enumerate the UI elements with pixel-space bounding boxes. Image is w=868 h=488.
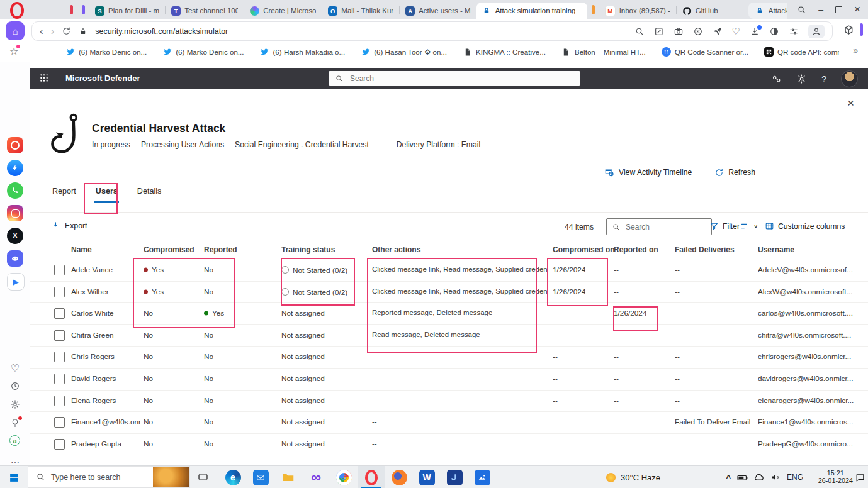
battery-icon[interactable] (736, 466, 748, 488)
maximize-button[interactable] (835, 6, 842, 13)
tab-island-indicator[interactable] (592, 5, 595, 14)
sidebar-heart-icon[interactable]: ♡ (9, 362, 21, 374)
table-row[interactable]: Chitra GreenNoNoNot assignedRead message… (30, 324, 868, 347)
sidebar-settings-icon[interactable] (9, 399, 21, 410)
bookmarks-star-icon[interactable]: ☆ (9, 45, 18, 57)
defender-community-icon[interactable] (771, 74, 782, 84)
bookmark-item[interactable]: QR code API: comm... (764, 47, 839, 57)
customize-columns-button[interactable]: Customize columns (765, 221, 845, 231)
browser-tab[interactable]: Attack simulatio (750, 3, 787, 19)
row-checkbox[interactable] (54, 330, 65, 341)
taskbar-app-mail[interactable] (247, 466, 274, 488)
browser-tab[interactable]: MInbox (89,587) - (599, 3, 676, 19)
column-header-name[interactable]: Name (71, 245, 92, 254)
row-checkbox[interactable] (54, 287, 65, 297)
browser-tab[interactable]: OMail - Thilak Kur (322, 3, 399, 19)
opera-menu-button[interactable] (8, 2, 26, 18)
defender-search-box[interactable] (329, 71, 580, 86)
tab-users[interactable]: Users (94, 183, 119, 203)
row-checkbox[interactable] (54, 352, 65, 362)
close-panel-icon[interactable]: × (847, 96, 854, 110)
task-view-icon[interactable] (197, 471, 209, 483)
column-header-fail[interactable]: Failed Deliveries (675, 245, 735, 254)
url-text[interactable]: security.microsoft.com/attacksimulator (95, 27, 228, 36)
sidebar-tips-icon[interactable] (9, 417, 21, 428)
taskbar-app-opera[interactable] (358, 466, 385, 488)
tab-report[interactable]: Report (51, 183, 77, 203)
sidebar-aria-icon[interactable]: a (9, 435, 20, 446)
action-center-icon[interactable] (855, 466, 865, 488)
taskbar-app-word[interactable]: W (413, 466, 441, 488)
taskbar-search-box[interactable]: Type here to search (28, 466, 190, 488)
sidebar-app-player-icon[interactable]: ▶ (7, 273, 25, 291)
language-indicator[interactable]: ENG (787, 466, 803, 488)
browser-tab[interactable]: Attack simulation training (476, 3, 587, 19)
refresh-button[interactable]: Refresh (714, 167, 755, 177)
export-button[interactable]: Export (51, 221, 87, 230)
browser-tab[interactable]: TTest channel 100 (166, 3, 244, 19)
table-row[interactable]: Pradeep GuptaNoNoNot assigned--------Pra… (30, 433, 868, 456)
reload-icon[interactable] (62, 26, 71, 36)
browser-tab[interactable]: GitHub (677, 3, 742, 19)
table-row[interactable]: Alex WilberYesNoNot Started (0/2)Clicked… (30, 281, 868, 304)
column-header-repon[interactable]: Reported on (614, 245, 658, 254)
site-lock-icon[interactable] (79, 27, 87, 36)
bookmark-item[interactable]: Belton – Minimal HT... (561, 47, 646, 57)
bookmark-item[interactable]: (6) Harsh Makadia o... (260, 47, 346, 57)
sidebar-app-messenger-icon[interactable] (7, 160, 23, 176)
bookmark-item[interactable]: KINGMA :: Creative... (463, 47, 546, 57)
minimize-button[interactable]: – (818, 6, 823, 13)
column-header-comp[interactable]: Compromised (144, 245, 194, 254)
view-activity-timeline-button[interactable]: View Activity Timeline (604, 167, 692, 177)
address-compose-icon[interactable] (654, 26, 664, 36)
defender-help-icon[interactable]: ? (821, 74, 826, 84)
hidden-icons-caret[interactable]: ^ (726, 466, 731, 488)
table-row[interactable]: David RogersNoNoNot assigned--------davi… (30, 368, 868, 391)
taskbar-app-visual-studio[interactable]: ∞ (302, 466, 330, 488)
sidebar-app-app-orange-icon[interactable] (7, 137, 23, 153)
bookmark-item[interactable]: (6) Marko Denic on... (162, 47, 244, 57)
browser-tab[interactable]: Create | Microso (244, 3, 322, 19)
search-highlight-image[interactable] (153, 467, 189, 487)
address-blocker-shield-icon[interactable] (693, 26, 703, 36)
taskbar-app-chrome[interactable]: G (330, 466, 358, 488)
address-field[interactable]: ‹ › security.microsoft.com/attacksimulat… (31, 21, 833, 41)
column-header-other[interactable]: Other actions (372, 245, 420, 254)
row-checkbox[interactable] (54, 439, 65, 450)
clock-date[interactable]: 15:21 26-01-2024 (818, 466, 853, 488)
onedrive-cloud-icon[interactable] (753, 466, 765, 488)
column-header-compon[interactable]: Compromised on (553, 245, 615, 254)
table-search-box[interactable] (606, 218, 712, 235)
sidebar-history-icon[interactable] (9, 380, 21, 392)
volume-muted-icon[interactable] (770, 466, 781, 488)
sidebar-app-instagram-icon[interactable] (7, 205, 23, 221)
row-checkbox[interactable] (54, 396, 65, 406)
close-window-button[interactable]: × (854, 3, 860, 16)
row-checkbox[interactable] (54, 265, 65, 275)
browser-tab[interactable]: SPlan for Dilli - m (89, 3, 165, 19)
bookmarks-overflow-icon[interactable]: » (853, 45, 858, 55)
table-row[interactable]: Elena RogersNoNoNot assigned--------elen… (30, 390, 868, 413)
weather-widget[interactable]: 30°C Haze (606, 466, 660, 488)
defender-search-input[interactable] (349, 74, 574, 84)
address-profile-icon[interactable] (808, 25, 825, 38)
tab-search-icon[interactable] (797, 5, 806, 14)
table-row[interactable]: Chris RogersNoNoNot assigned--------chri… (30, 346, 868, 369)
taskbar-app-edge[interactable]: e (219, 466, 247, 488)
sidebar-app-discord-icon[interactable] (7, 250, 23, 267)
workspace-button[interactable]: ⌂ (6, 21, 25, 40)
group-button[interactable]: ∨ (740, 221, 758, 231)
filter-button[interactable]: Filter (709, 221, 740, 231)
address-send-to-device-icon[interactable] (713, 26, 723, 36)
address-heart-icon[interactable]: ♡ (732, 26, 740, 37)
table-row[interactable]: Adele VanceYesNoNot Started (0/2)Clicked… (30, 259, 868, 282)
sidebar-app-whatsapp-icon[interactable] (7, 182, 23, 199)
column-header-train[interactable]: Training status (281, 245, 335, 254)
sidebar-toggle-pill[interactable] (860, 23, 863, 36)
table-row[interactable]: Carlos WhiteNoYesNot assignedReported me… (30, 302, 868, 325)
app-launcher-waffle-icon[interactable] (39, 73, 49, 83)
address-downloads-icon[interactable] (750, 26, 760, 36)
tab-island-indicator[interactable] (82, 5, 85, 14)
table-search-input[interactable] (624, 222, 706, 232)
taskbar-app-photos[interactable] (468, 466, 496, 488)
